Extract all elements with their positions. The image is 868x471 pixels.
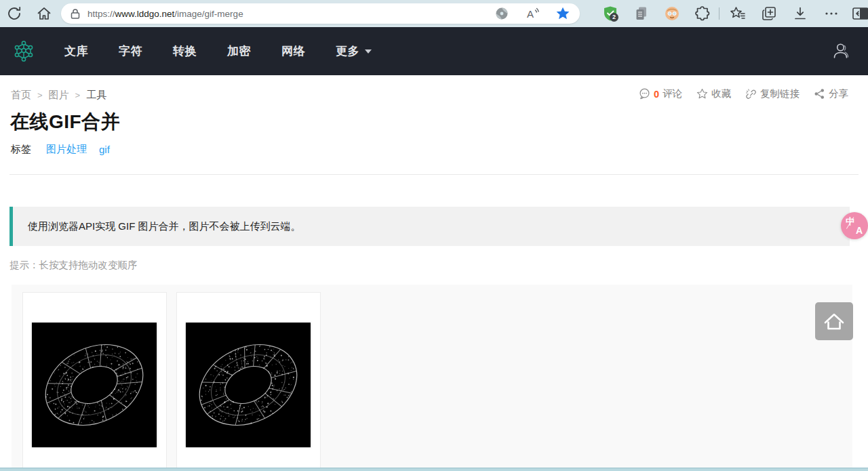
refresh-button[interactable]: [6, 5, 22, 22]
nav-menu: 文库 字符 转换 加密 网络 更多: [64, 27, 372, 75]
pages-button[interactable]: [633, 5, 650, 22]
ellipsis-icon: [823, 5, 840, 22]
translate-en-glyph: A: [856, 225, 863, 236]
nav-item-zifu[interactable]: 字符: [119, 43, 142, 59]
nav-item-more[interactable]: 更多: [336, 43, 372, 59]
tag-gif[interactable]: gif: [99, 144, 110, 155]
sidebar-panel-icon: [852, 5, 868, 22]
tags-row: 标签 图片处理 gif: [11, 143, 110, 156]
user-icon: [831, 41, 850, 60]
notice-text: 使用浏览器API实现 GIF 图片合并，图片不会被上传到云端。: [13, 220, 301, 233]
share-label: 分享: [829, 87, 848, 100]
house-icon: [821, 308, 847, 334]
gif-frame-list: [12, 285, 852, 471]
nav-item-wangluo[interactable]: 网络: [281, 43, 305, 59]
favorite-star-icon[interactable]: [555, 6, 570, 21]
browser-toolbar: https://www.lddgo.net/image/gif-merge A …: [0, 0, 868, 27]
extensions-button[interactable]: [694, 5, 711, 22]
gif-frame-card-1[interactable]: [22, 292, 167, 471]
copy-link-icon: [745, 88, 757, 100]
favorite-action[interactable]: 收藏: [696, 87, 731, 100]
read-aloud-icon[interactable]: A: [525, 6, 540, 21]
translate-zh-glyph: 中: [846, 216, 854, 228]
tag-image-processing[interactable]: 图片处理: [46, 143, 87, 156]
pinwheel-icon[interactable]: [494, 6, 509, 21]
nav-item-zhuanhuan[interactable]: 转换: [173, 43, 197, 59]
share-nodes-icon: [814, 88, 825, 100]
breadcrumb-home[interactable]: 首页: [11, 89, 31, 102]
site-logo[interactable]: [14, 39, 34, 63]
avatar-icon: [664, 5, 680, 22]
url-path: /image/gif-merge: [174, 9, 243, 19]
favorites-hub-button[interactable]: [730, 5, 746, 22]
comments-action[interactable]: 0 评论: [639, 87, 682, 100]
pages-icon: [633, 5, 650, 22]
profile-avatar-button[interactable]: [664, 5, 680, 22]
user-account-button[interactable]: [831, 41, 850, 60]
nav-item-wenku[interactable]: 文库: [64, 43, 88, 59]
share-action[interactable]: 分享: [814, 87, 848, 100]
notice-banner: 使用浏览器API实现 GIF 图片合并，图片不会被上传到云端。: [9, 207, 850, 246]
url-scheme: https://: [87, 9, 115, 19]
comments-count: 0: [654, 89, 659, 100]
nav-item-jiami[interactable]: 加密: [227, 43, 251, 59]
translate-fab-button[interactable]: 中 A: [841, 212, 868, 239]
breadcrumb-separator: >: [75, 90, 81, 100]
breadcrumb-tool[interactable]: 工具: [86, 89, 106, 102]
bottom-accent-bar: [0, 468, 868, 471]
collections-button[interactable]: [761, 5, 777, 22]
drag-tip: 提示：长按支持拖动改变顺序: [9, 259, 138, 272]
page-title: 在线GIF合并: [10, 109, 120, 135]
gif-frame-image-2: [186, 323, 311, 447]
sidebar-toggle-button[interactable]: [852, 5, 868, 22]
toolbar-divider: [719, 7, 719, 20]
gif-frame-image-1: [32, 323, 157, 447]
comments-label: 评论: [663, 87, 682, 100]
page-actions: 0 评论 收藏 复制链接 分享: [639, 87, 848, 100]
star-outline-icon: [696, 88, 708, 100]
shield-badge: 2: [610, 13, 618, 22]
copy-link-label: 复制链接: [760, 87, 800, 100]
refresh-icon: [6, 5, 22, 22]
screenshot-root: https://www.lddgo.net/image/gif-merge A …: [0, 0, 868, 471]
copy-link-action[interactable]: 复制链接: [745, 87, 800, 100]
settings-more-button[interactable]: [823, 5, 840, 22]
address-bar[interactable]: https://www.lddgo.net/image/gif-merge A: [61, 3, 580, 24]
section-divider: [9, 174, 859, 175]
nav-item-more-label: 更多: [336, 43, 359, 59]
favorite-label: 收藏: [711, 87, 731, 100]
home-icon: [36, 5, 52, 22]
tracking-shield-button[interactable]: 2: [602, 5, 618, 22]
puzzle-icon: [694, 5, 711, 22]
gif-frame-card-2[interactable]: [176, 292, 321, 471]
back-home-fab-button[interactable]: [815, 302, 853, 340]
lock-icon[interactable]: [71, 8, 80, 20]
downloads-button[interactable]: [792, 5, 808, 22]
collections-icon: [761, 5, 777, 22]
download-icon: [792, 5, 808, 22]
breadcrumb-image[interactable]: 图片: [49, 89, 69, 102]
tags-label: 标签: [11, 143, 31, 156]
breadcrumb-separator: >: [37, 90, 43, 100]
comment-bubble-icon: [639, 88, 650, 100]
home-button[interactable]: [36, 5, 52, 22]
chevron-down-icon: [365, 49, 372, 54]
url-domain: www.lddgo.net: [115, 9, 175, 19]
site-navbar: 文库 字符 转换 加密 网络 更多: [0, 27, 868, 75]
svg-text:A: A: [527, 8, 534, 20]
url-text: https://www.lddgo.net/image/gif-merge: [87, 9, 243, 19]
star-list-icon: [730, 5, 746, 22]
breadcrumb: 首页 > 图片 > 工具: [11, 89, 106, 102]
